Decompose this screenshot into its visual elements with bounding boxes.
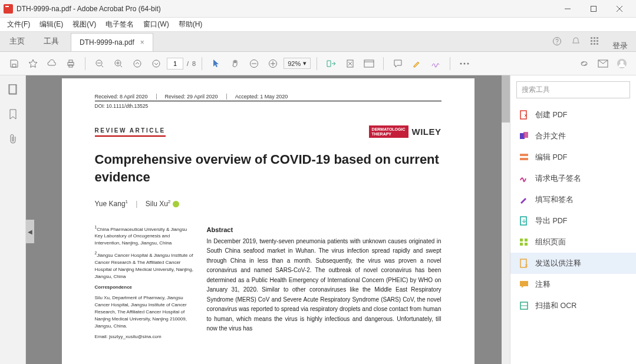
- tool-send-comments[interactable]: 发送以供注释: [510, 253, 636, 274]
- svg-rect-13: [594, 43, 595, 45]
- title-bar: DTH-9999-na.pdf - Adobe Acrobat Pro (64-…: [0, 0, 636, 18]
- document-viewport[interactable]: ◀ ▶ Received: 8 April 2020 Revised: 29 A…: [26, 75, 510, 364]
- zoom-select[interactable]: 92%▾: [284, 58, 311, 69]
- minus-icon[interactable]: [246, 55, 262, 72]
- account-icon[interactable]: [614, 55, 630, 72]
- authors: Yue Kang1 | Silu Xu2: [95, 199, 441, 208]
- scrollbar[interactable]: [502, 75, 510, 364]
- mail-icon[interactable]: [595, 55, 611, 72]
- affiliations: 1China Pharmaceutical University & Jiang…: [95, 224, 195, 344]
- maximize-button[interactable]: [581, 0, 607, 18]
- close-button[interactable]: [607, 0, 632, 18]
- search-tools-input[interactable]: 搜索工具: [516, 81, 630, 98]
- tool-create-pdf[interactable]: 创建 PDF: [510, 104, 636, 125]
- pointer-icon[interactable]: [208, 55, 225, 72]
- tool-scan-ocr[interactable]: 扫描和 OCR: [510, 295, 636, 316]
- svg-point-38: [467, 62, 469, 64]
- article-dates: Received: 8 April 2020 Revised: 29 April…: [95, 94, 441, 101]
- thumbnails-icon[interactable]: [7, 84, 19, 95]
- tool-combine[interactable]: 合并文件: [510, 125, 636, 147]
- menu-window[interactable]: 窗口(W): [139, 18, 173, 31]
- author-1: Yue Kang: [95, 200, 126, 208]
- tool-request-sign[interactable]: 请求电子签名: [510, 168, 636, 189]
- chevron-down-icon: ▾: [303, 59, 307, 67]
- page-sep: /: [187, 60, 189, 67]
- svg-rect-46: [523, 132, 528, 138]
- tab-bar: 主页 工具 DTH-9999-na.pdf × ? 登录: [0, 32, 636, 52]
- save-icon[interactable]: [6, 55, 22, 72]
- bookmark-icon[interactable]: [7, 108, 19, 120]
- page-total: 8: [192, 60, 196, 67]
- correspondence-heading: Correspondence: [95, 284, 195, 291]
- link-icon[interactable]: [576, 55, 592, 72]
- author-2: Silu Xu: [146, 200, 168, 208]
- bell-icon[interactable]: [566, 31, 585, 51]
- minimize-button[interactable]: [555, 0, 581, 18]
- svg-rect-1: [591, 6, 597, 11]
- attachment-icon[interactable]: [7, 133, 19, 145]
- abstract: Abstract In December 2019, twenty-seven …: [207, 224, 441, 344]
- tab-home[interactable]: 主页: [0, 31, 34, 51]
- zoom-in-icon[interactable]: [110, 55, 127, 72]
- tools-panel: 搜索工具 创建 PDF 合并文件 编辑 PDF 请求电子签名 填写和签名 导出 …: [510, 75, 636, 364]
- tab-close-icon[interactable]: ×: [140, 38, 144, 47]
- date-received: Received: 8 April 2020: [95, 94, 157, 100]
- highlight-icon[interactable]: [408, 55, 425, 72]
- tool-comment[interactable]: 注释: [510, 274, 636, 295]
- svg-rect-52: [520, 243, 523, 246]
- svg-point-27: [153, 60, 160, 67]
- svg-rect-53: [525, 243, 528, 246]
- svg-point-26: [134, 60, 141, 67]
- svg-text:?: ?: [555, 38, 559, 45]
- cloud-icon[interactable]: [44, 55, 60, 72]
- correspondence: Silu Xu, Department of Pharmacy, Jiangsu…: [95, 294, 195, 330]
- menu-sign[interactable]: 电子签名: [101, 18, 139, 31]
- svg-rect-10: [594, 40, 595, 42]
- comment-icon[interactable]: [390, 55, 406, 72]
- article-title: Comprehensive overview of COVID-19 based…: [95, 151, 441, 186]
- window-title: DTH-9999-na.pdf - Adobe Acrobat Pro (64-…: [17, 5, 555, 13]
- zoom-out-icon[interactable]: [91, 55, 108, 72]
- collapse-left-icon[interactable]: ◀: [26, 220, 34, 243]
- login-button[interactable]: 登录: [604, 41, 636, 51]
- abstract-text: In December 2019, twenty-seven pneumonia…: [207, 237, 441, 334]
- scrollbar-thumb[interactable]: [502, 75, 510, 123]
- sign-icon[interactable]: [427, 55, 444, 72]
- fit-page-icon[interactable]: [342, 55, 358, 72]
- menu-view[interactable]: 视图(V): [68, 18, 101, 31]
- svg-rect-14: [597, 43, 598, 45]
- page-down-icon[interactable]: [148, 55, 164, 72]
- more-icon[interactable]: [456, 55, 473, 72]
- menu-edit[interactable]: 编辑(E): [35, 18, 68, 31]
- svg-line-21: [101, 65, 103, 67]
- tool-fill-sign[interactable]: 填写和签名: [510, 189, 636, 210]
- svg-line-25: [120, 65, 122, 67]
- svg-rect-7: [594, 37, 595, 39]
- svg-rect-42: [9, 85, 17, 94]
- svg-rect-12: [591, 43, 592, 45]
- doi: DOI: 10.1111/dth.13525: [95, 103, 441, 109]
- help-icon[interactable]: ?: [548, 31, 566, 51]
- tab-document[interactable]: DTH-9999-na.pdf ×: [71, 33, 153, 51]
- tool-edit-pdf[interactable]: 编辑 PDF: [510, 147, 636, 168]
- tool-organize[interactable]: 组织页面: [510, 231, 636, 253]
- tab-tools[interactable]: 工具: [34, 31, 68, 51]
- page-up-icon[interactable]: [129, 55, 146, 72]
- read-mode-icon[interactable]: [361, 55, 377, 72]
- date-accepted: Accepted: 1 May 2020: [235, 94, 296, 100]
- tool-export-pdf[interactable]: 导出 PDF: [510, 210, 636, 231]
- orcid-icon: [173, 201, 179, 207]
- svg-point-37: [464, 62, 466, 64]
- svg-rect-6: [591, 37, 592, 39]
- hand-icon[interactable]: [227, 55, 243, 72]
- print-icon[interactable]: [62, 55, 79, 72]
- menu-help[interactable]: 帮助(H): [174, 18, 207, 31]
- fit-width-icon[interactable]: [323, 55, 340, 72]
- plus-icon[interactable]: [265, 55, 281, 72]
- article-type: REVIEW ARTICLE: [95, 127, 166, 137]
- star-icon[interactable]: [25, 55, 41, 72]
- menu-file[interactable]: 文件(F): [2, 18, 35, 31]
- page-current-input[interactable]: [167, 58, 183, 70]
- apps-icon[interactable]: [585, 31, 604, 51]
- pdf-page: Received: 8 April 2020 Revised: 29 April…: [62, 78, 474, 364]
